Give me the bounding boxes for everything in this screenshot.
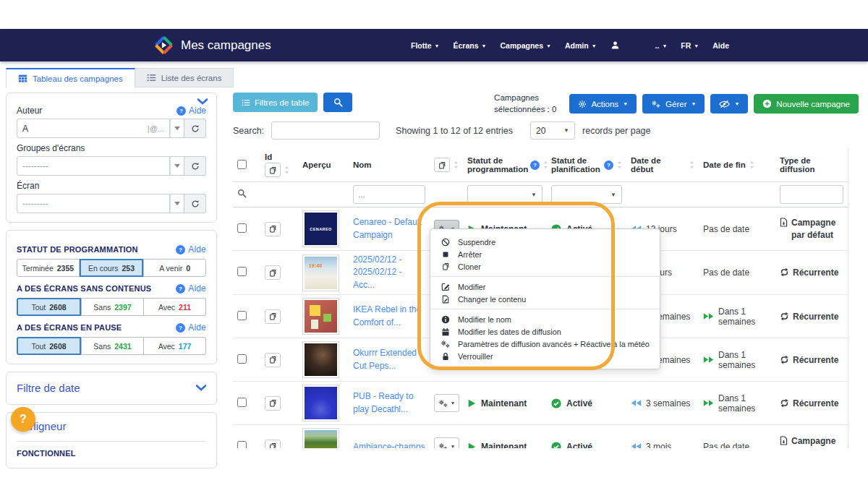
navbar-item-language[interactable]: FR▼: [681, 41, 699, 50]
statut-de-programmation-option[interactable]: Terminée 2355: [17, 259, 80, 277]
row-checkbox[interactable]: [237, 398, 247, 407]
menu-item-copy[interactable]: Cloner: [430, 260, 660, 273]
copy-ids-button[interactable]: [265, 163, 281, 177]
campaign-name-link[interactable]: Cenareo - Default Campaign: [353, 216, 425, 241]
menu-item-ban[interactable]: Suspendre: [430, 236, 660, 248]
file-icon: [780, 436, 788, 445]
menu-item-stop[interactable]: Arrêter: [430, 248, 660, 260]
filters-panel: Auteur ? Aide A|@... Groupes d'écrans --…: [6, 93, 217, 223]
screen-select[interactable]: ---------: [17, 194, 170, 213]
campaign-thumbnail[interactable]: [302, 385, 339, 421]
ecrans-en-pause-option[interactable]: Sans 2431: [81, 337, 144, 355]
campaign-name-link[interactable]: Okurrr Extended Cut Peps...: [353, 347, 425, 372]
copy-row-button[interactable]: [265, 309, 281, 324]
copy-row-button[interactable]: [265, 222, 281, 236]
groups-label: Groupes d'écrans: [17, 143, 85, 153]
campaign-name-link[interactable]: PUB - Ready to play Decathl...: [353, 390, 425, 416]
ecrans-sans-contenus-help-link[interactable]: ?Aide: [176, 283, 206, 294]
prog-filter-select[interactable]: ▼: [467, 185, 542, 204]
select-all-checkbox[interactable]: [237, 160, 247, 169]
campaign-name-link[interactable]: IKEA Rebel in the Comfort of...: [353, 304, 425, 329]
nom-filter-input[interactable]: [353, 185, 425, 204]
collapse-chevron-icon[interactable]: [197, 98, 208, 105]
menu-item-calendar[interactable]: Modifier les dates de diffusion: [430, 325, 660, 338]
author-select[interactable]: A|@...: [17, 119, 170, 138]
groups-caret[interactable]: [170, 156, 184, 176]
menu-item-lock[interactable]: Verrouiller: [430, 350, 660, 362]
campaign-name-link[interactable]: 2025/02/12 - 2025/02/12 - Acc...: [353, 254, 425, 291]
campaign-thumbnail[interactable]: CENAREO: [302, 210, 339, 247]
navbar-item-help[interactable]: Aide: [712, 41, 729, 50]
ecrans-sans-contenus-option[interactable]: Sans 2397: [81, 298, 144, 316]
navbar-item-flotte[interactable]: Flotte▼: [411, 41, 440, 50]
author-caret[interactable]: [170, 119, 184, 138]
calendar-icon: [441, 328, 451, 336]
ecrans-en-pause-button-group: Tout 2608Sans 2431Avec 177: [17, 337, 206, 355]
groups-select[interactable]: ---------: [17, 156, 170, 176]
ecrans-en-pause-option[interactable]: Tout 2608: [17, 337, 81, 355]
copy-row-button[interactable]: [265, 353, 281, 367]
row-checkbox[interactable]: [237, 441, 247, 448]
actions-button[interactable]: Actions▼: [569, 94, 637, 114]
campaign-name-link[interactable]: Ambiance-champs: [353, 441, 425, 448]
author-refresh-button[interactable]: [184, 119, 206, 138]
ecrans-sans-contenus-option[interactable]: Avec 211: [144, 298, 206, 316]
column-fin: Date de fin: [703, 160, 746, 169]
row-checkbox[interactable]: [237, 311, 247, 320]
help-floating-button[interactable]: ?: [11, 407, 35, 432]
navbar-item-ecrans[interactable]: Écrans▼: [454, 41, 487, 50]
column-id: Id: [265, 153, 272, 161]
copy-icon: [269, 356, 277, 364]
groups-refresh-button[interactable]: [184, 156, 206, 176]
highlighter-panel: Surligneur FONCTIONNEL: [6, 412, 217, 468]
menu-item-edit[interactable]: Modifier: [430, 281, 660, 293]
plan-filter-select[interactable]: ▼: [551, 185, 622, 204]
row-checkbox[interactable]: [237, 354, 247, 364]
row-checkbox[interactable]: [237, 267, 247, 276]
navbar-item-campagnes[interactable]: Campagnes▼: [500, 41, 550, 50]
navbar-item-admin[interactable]: Admin▼: [565, 41, 597, 50]
menu-item-info[interactable]: Modifier le nom: [430, 313, 660, 325]
copy-names-button[interactable]: [434, 158, 450, 172]
navbar: Mes campagnes Flotte▼Écrans▼Campagnes▼Ad…: [0, 29, 868, 61]
new-campaign-button[interactable]: Nouvelle campagne: [754, 94, 859, 114]
table-filters-button[interactable]: Filtres de table: [233, 93, 318, 112]
tabbar: Tableau des campagnesListe des écrans: [6, 68, 234, 87]
type-filter-input[interactable]: [780, 185, 843, 204]
ecrans-sans-contenus-option[interactable]: Tout 2608: [17, 298, 81, 316]
campaign-thumbnail[interactable]: 19:40: [302, 254, 339, 291]
date-filter-panel[interactable]: Filtre de date: [6, 372, 217, 405]
copy-row-button[interactable]: [265, 440, 281, 448]
campaign-thumbnail[interactable]: [302, 298, 339, 335]
screen-caret[interactable]: [170, 194, 184, 213]
user-icon: [610, 40, 620, 50]
row-actions-button[interactable]: ▼: [434, 394, 459, 412]
visibility-button[interactable]: ▼: [710, 94, 748, 114]
table-search-input[interactable]: [271, 121, 380, 140]
menu-item-gears[interactable]: Paramètres de diffusion avancés + Réacti…: [430, 338, 660, 350]
row-checkbox[interactable]: [237, 223, 247, 233]
statut-de-programmation-help-link[interactable]: ?Aide: [176, 244, 206, 254]
navbar-item-account[interactable]: [610, 40, 620, 50]
search-button[interactable]: [323, 93, 352, 112]
statut-de-programmation-option[interactable]: A venir 0: [143, 259, 206, 277]
menu-item-edit-doc[interactable]: Changer le contenu: [430, 293, 660, 305]
copy-row-button[interactable]: [265, 396, 281, 411]
copy-row-button[interactable]: [265, 265, 281, 280]
screen-refresh-button[interactable]: [184, 194, 206, 213]
sort-icon: [689, 161, 694, 168]
ecrans-en-pause-help-link[interactable]: ?Aide: [176, 322, 206, 333]
statut-de-programmation-option[interactable]: En cours 253: [80, 259, 144, 277]
row-actions-button[interactable]: ▼: [434, 437, 459, 448]
page-size-select[interactable]: 20▼: [530, 121, 575, 140]
campaign-thumbnail[interactable]: [302, 428, 339, 448]
table-filter-row: ▼▼: [233, 182, 848, 207]
tab-liste-des-ecrans[interactable]: Liste des écrans: [135, 68, 234, 87]
campaign-thumbnail[interactable]: [302, 341, 339, 378]
ecrans-en-pause-option[interactable]: Avec 177: [144, 337, 206, 355]
manage-button[interactable]: Gérer▼: [642, 94, 705, 114]
navbar-item-more[interactable]: ..▼: [655, 41, 668, 50]
svg-text:?: ?: [607, 162, 610, 168]
author-help-link[interactable]: ? Aide: [176, 106, 206, 116]
tab-tableau-des-campagnes[interactable]: Tableau des campagnes: [6, 68, 135, 87]
